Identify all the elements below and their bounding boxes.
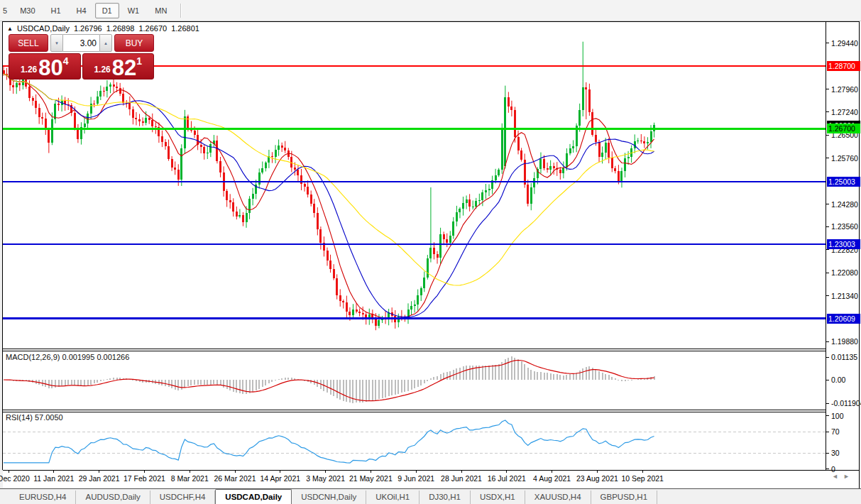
price-tick-label: 1.19880 — [831, 337, 861, 346]
price-tick-label: 1.24280 — [831, 200, 861, 209]
rsi-tick-label: 30 — [831, 449, 861, 457]
price-tick-label: 1.25760 — [831, 154, 861, 163]
tab-xauusd-h4[interactable]: XAUUSD,H4 — [525, 491, 591, 504]
tab-dj30-h1[interactable]: DJ30,H1 — [419, 491, 471, 504]
sell-button[interactable]: SELL — [9, 34, 48, 52]
price-tick-label: 1.27240 — [831, 108, 861, 116]
buy-button[interactable]: BUY — [114, 34, 154, 52]
h-scrollbar[interactable]: ◄► — [832, 473, 855, 480]
volume-input[interactable] — [63, 34, 99, 52]
tab-usdcad-daily[interactable]: USDCAD,Daily — [215, 489, 292, 504]
timeframe-d1[interactable]: D1 — [95, 3, 119, 18]
timeframe-mn[interactable]: MN — [148, 3, 174, 18]
buy-price-tile[interactable]: 1.26 82 1 — [82, 53, 155, 80]
collapse-arrow-icon[interactable]: ▲ — [7, 26, 13, 32]
level-price-badge: 1.26700 — [827, 124, 860, 133]
buy-price-prefix: 1.26 — [94, 65, 110, 75]
macd-tick-label: 0.01135 — [831, 353, 861, 361]
sell-price-pip: 4 — [63, 55, 69, 67]
macd-label: MACD(12,26,9) 0.001995 0.001266 — [6, 353, 129, 361]
ohlc-close: 1.26801 — [171, 24, 199, 33]
arrow-up-icon: ▲ — [104, 41, 108, 45]
price-tick-label: 1.21340 — [831, 292, 861, 300]
ohlc-low: 1.26670 — [138, 24, 167, 33]
price-tick-label: 1.22080 — [831, 268, 861, 277]
scroll-left-button[interactable]: ◄ — [832, 473, 843, 480]
ohlc-open: 1.26796 — [74, 24, 102, 33]
tab-gbpusd-h1[interactable]: GBPUSD,H1 — [591, 491, 657, 504]
buy-price-pip: 1 — [136, 55, 142, 67]
one-click-trade-panel: SELL ▼ ▲ BUY 1.26 80 4 1.26 82 1 — [9, 34, 154, 80]
sell-price-prefix: 1.26 — [21, 65, 37, 75]
sell-price-big: 80 — [38, 58, 62, 77]
arrow-down-icon: ▼ — [55, 41, 59, 45]
toolbar-separator — [180, 4, 182, 18]
scroll-right-button[interactable]: ► — [843, 473, 855, 480]
rsi-tick-label: 100 — [831, 412, 861, 420]
timeframe-h1[interactable]: H1 — [44, 3, 68, 18]
timeframe-m5[interactable]: 5 — [1, 3, 11, 18]
sell-price-tile[interactable]: 1.26 80 4 — [9, 53, 81, 80]
buy-price-big: 82 — [112, 58, 136, 77]
timeframe-w1[interactable]: W1 — [121, 3, 147, 18]
timeframe-m30[interactable]: M30 — [13, 3, 42, 18]
level-price-badge: 1.28700 — [827, 61, 860, 71]
level-price-badge: 1.23003 — [827, 239, 860, 249]
symbol-period-label: USDCAD,Daily — [17, 24, 70, 33]
chart-title: ▲ USDCAD,Daily 1.26796 1.26898 1.26670 1… — [7, 24, 199, 33]
tab-ukoil-h1[interactable]: UKOil,H1 — [366, 491, 419, 504]
level-price-badge: 1.20609 — [827, 314, 860, 324]
level-price-badge: 1.25003 — [827, 177, 860, 187]
rsi-label: RSI(14) 57.0050 — [6, 413, 63, 422]
macd-tick-label: -0.011904 — [831, 399, 861, 407]
ohlc-high: 1.26898 — [106, 24, 135, 33]
timeframe-toolbar: 5 M30 H1 H4 D1 W1 MN — [0, 0, 861, 21]
chart-tabs: EURUSD,H4 AUDUSD,Daily USDCHF,H4 USDCAD,… — [0, 488, 861, 504]
price-tick-label: 1.27960 — [831, 85, 861, 94]
rsi-tick-label: 70 — [831, 427, 861, 436]
macd-tick-label: 0.00 — [831, 376, 861, 384]
date-tick-label: 10 Sep 2021 — [613, 474, 672, 483]
tab-audusd-daily[interactable]: AUDUSD,Daily — [76, 491, 150, 504]
tab-usdcnh-daily[interactable]: USDCNH,Daily — [292, 491, 366, 504]
tab-usdchf-h4[interactable]: USDCHF,H4 — [150, 491, 216, 504]
tab-usdx-h1[interactable]: USDX,H1 — [471, 491, 525, 504]
volume-stepper: ▼ ▲ — [50, 34, 112, 52]
tab-eurusd-h4[interactable]: EURUSD,H4 — [10, 491, 76, 504]
timeframe-h4[interactable]: H4 — [70, 3, 94, 18]
price-tick-label: 1.23560 — [831, 222, 861, 231]
price-tick-label: 1.29440 — [831, 39, 861, 48]
rsi-tick-label: 0 — [831, 465, 861, 473]
volume-decrease-button[interactable]: ▼ — [50, 34, 63, 52]
volume-increase-button[interactable]: ▲ — [99, 34, 112, 52]
